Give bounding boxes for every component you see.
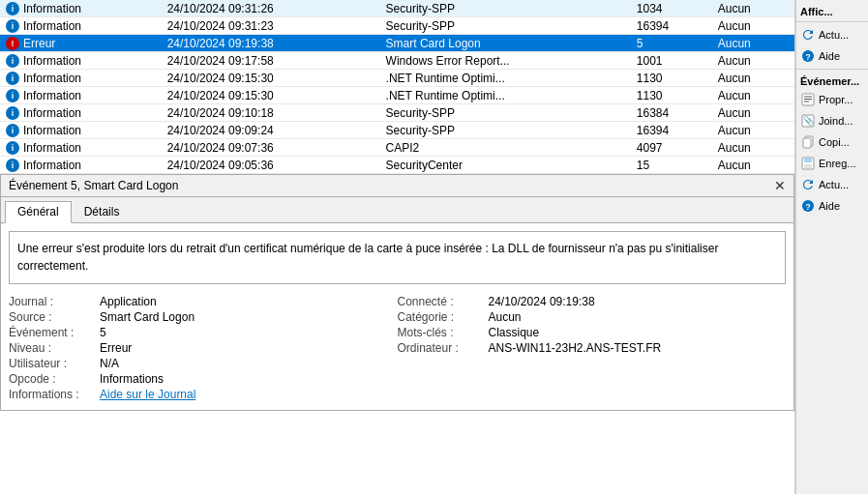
table-row[interactable]: iInformation 24/10/2024 09:10:18 Securit… [0,104,794,122]
table-row[interactable]: iInformation 24/10/2024 09:15:30 .NET Ru… [0,70,794,87]
sidebar-item-proprietes[interactable]: Propr... [796,89,868,110]
cell-datetime: 24/10/2024 09:09:24 [162,122,380,139]
cell-id: 1001 [631,52,712,70]
level-text: Erreur [23,37,55,50]
cell-id: 16384 [631,104,712,122]
cell-id: 4097 [631,139,712,157]
tab-details[interactable]: Détails [72,201,133,222]
journal-label: Journal : [9,295,96,308]
info-icon: i [6,124,19,137]
info-icon: i [6,72,19,85]
sidebar-label-join: Joind... [819,115,853,127]
sidebar-label-enreg: Enreg... [819,158,856,169]
cell-source: Windows Error Report... [380,52,631,70]
cell-level: iInformation [0,0,162,17]
sidebar-label-copi: Copi... [819,136,850,148]
table-row[interactable]: iInformation 24/10/2024 09:17:58 Windows… [0,52,794,70]
cell-category: Aucun [712,87,794,104]
svg-text:?: ? [805,52,811,62]
info-value-link[interactable]: Aide sur le Journal [100,388,195,401]
field-source: Source : Smart Card Logon [9,309,398,325]
sidebar-divider-1 [796,21,868,22]
cell-datetime: 24/10/2024 09:07:36 [162,139,380,157]
cell-id: 1034 [631,0,712,17]
level-text: Information [23,106,81,120]
table-row[interactable]: !Erreur 24/10/2024 09:19:38 Smart Card L… [0,35,794,52]
table-row[interactable]: iInformation 24/10/2024 09:07:36 CAPI2 4… [0,139,794,157]
computer-label: Ordinateur : [398,341,485,355]
field-journal: Journal : Application [9,294,398,309]
level-text: Information [23,159,81,172]
sidebar-item-actu1[interactable]: Actu... [796,24,868,45]
sidebar-item-enregistrer[interactable]: Enreg... [796,153,868,174]
user-value: N/A [100,357,119,370]
table-row[interactable]: iInformation 24/10/2024 09:09:24 Securit… [0,122,794,139]
info-icon: i [6,2,19,15]
cell-datetime: 24/10/2024 09:10:18 [162,104,380,122]
attach-icon: 📎 [800,113,816,129]
help-icon-2: ? [800,198,816,214]
cell-level: iInformation [0,122,162,139]
connected-label: Connecté : [398,295,485,308]
info-icon: i [6,141,19,155]
info-icon: i [6,159,19,172]
level-label: Niveau : [9,341,96,355]
event-value: 5 [100,326,106,339]
table-row[interactable]: iInformation 24/10/2024 09:31:26 Securit… [0,0,794,17]
cell-datetime: 24/10/2024 09:05:36 [162,157,380,174]
cell-id: 1130 [631,87,712,104]
sidebar-label-aide1: Aide [819,50,840,62]
svg-text:📎: 📎 [803,115,815,127]
properties-icon [800,92,816,107]
cell-category: Aucun [712,52,794,70]
cell-id: 5 [631,35,712,52]
user-label: Utilisateur : [9,357,96,370]
sidebar-label-aide2: Aide [819,200,840,212]
cell-datetime: 24/10/2024 09:19:38 [162,35,380,52]
cell-level: iInformation [0,17,162,35]
sidebar-section-evenement: Événemer... [796,72,868,89]
cell-level: iInformation [0,139,162,157]
level-text: Information [23,72,81,85]
cell-category: Aucun [712,139,794,157]
help-icon-1: ? [800,48,816,64]
cell-category: Aucun [712,0,794,17]
sidebar-item-copier[interactable]: Copi... [796,131,868,153]
cell-level: iInformation [0,87,162,104]
save-icon [800,156,816,171]
cell-source: SecurityCenter [380,157,631,174]
cell-source: Security-SPP [380,104,631,122]
svg-rect-12 [804,164,812,168]
table-row[interactable]: iInformation 24/10/2024 09:05:36 Securit… [0,157,794,174]
table-row[interactable]: iInformation 24/10/2024 09:15:30 .NET Ru… [0,87,794,104]
detail-content: Une erreur s'est produite lors du retrai… [1,223,793,410]
cell-category: Aucun [712,70,794,87]
field-computer: Ordinateur : ANS-WIN11-23H2.ANS-TEST.FR [398,340,787,356]
cell-source: .NET Runtime Optimi... [380,70,631,87]
sidebar-item-aide1[interactable]: ? Aide [796,45,868,67]
sidebar-item-aide2[interactable]: ? Aide [796,195,868,217]
cell-category: Aucun [712,17,794,35]
sidebar-item-actu2[interactable]: Actu... [796,174,868,195]
tab-general[interactable]: Général [5,201,72,223]
cell-source: Smart Card Logon [380,35,631,52]
level-text: Information [23,89,81,102]
cell-datetime: 24/10/2024 09:17:58 [162,52,380,70]
journal-value: Application [100,295,157,308]
info-icon: i [6,89,19,102]
field-keywords: Mots-clés : Classique [398,325,787,340]
detail-tabs: Général Détails [1,197,793,223]
close-button[interactable]: ✕ [774,179,786,192]
detail-title: Événement 5, Smart Card Logon [9,179,178,192]
cell-id: 16394 [631,122,712,139]
opcode-value: Informations [100,372,164,386]
sidebar-item-joindre[interactable]: 📎 Joind... [796,110,868,131]
copy-icon [800,134,816,150]
cell-source: CAPI2 [380,139,631,157]
source-value: Smart Card Logon [100,310,195,324]
event-table-container[interactable]: iInformation 24/10/2024 09:31:26 Securit… [0,0,794,174]
cell-source: Security-SPP [380,122,631,139]
field-connected: Connecté : 24/10/2024 09:19:38 [398,294,787,309]
table-row[interactable]: iInformation 24/10/2024 09:31:23 Securit… [0,17,794,35]
cell-level: iInformation [0,52,162,70]
